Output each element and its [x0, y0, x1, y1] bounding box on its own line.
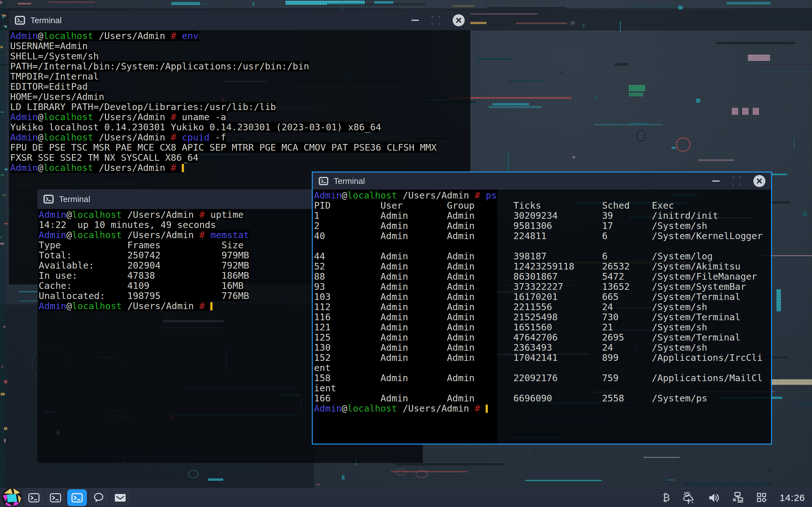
terminal-line — [314, 241, 771, 251]
taskbar: ₿ — [0, 488, 812, 507]
terminal-line: 52 Admin Admin 12423259118 26532 /System… — [314, 261, 771, 271]
terminal-line: Yukiko localhost 0.14.230301 Yukiko 0.14… — [10, 122, 470, 132]
taskbar-tray: ₿ — [663, 488, 805, 507]
apps-grid-tray-icon[interactable] — [757, 493, 767, 503]
terminal-line: 121 Admin Admin 1651560 21 /System/sh — [314, 322, 771, 332]
terminal-line: 88 Admin Admin 86301867 5472 /System/Fil… — [314, 271, 771, 282]
volume-tray-icon[interactable] — [708, 492, 719, 504]
terminal-line: PID User Group Ticks Sched Exec — [314, 201, 771, 211]
terminal-line: Admin@localhost /Users/Admin # — [314, 403, 771, 413]
terminal-cursor — [210, 302, 213, 311]
taskbar-terminal-3-active[interactable] — [67, 489, 87, 506]
terminal-line: 1 Admin Admin 30209234 39 /initrd/init — [314, 211, 771, 221]
envelope-icon — [114, 493, 126, 503]
desktop: Terminal Admin@localhost /Users/Admin # … — [0, 0, 812, 507]
terminal-content[interactable]: Admin@localhost /Users/Admin # psPID Use… — [313, 189, 771, 444]
bitcoin-tray-icon[interactable]: ₿ — [663, 492, 670, 504]
app-launcher-button[interactable] — [2, 488, 21, 507]
taskbar-chat[interactable] — [89, 489, 108, 506]
titlebar[interactable]: Terminal — [9, 10, 470, 30]
weather-tray-icon[interactable] — [683, 492, 695, 504]
terminal-line: 116 Admin Admin 21525498 730 /System/Ter… — [314, 312, 771, 322]
terminal-line: Admin@localhost /Users/Admin # env — [10, 31, 470, 41]
terminal-line: ient — [314, 383, 771, 393]
terminal-app-icon — [43, 194, 54, 204]
window-title: Terminal — [334, 176, 365, 186]
network-tray-icon[interactable] — [732, 492, 744, 504]
terminal-line: LD_LIBRARY_PATH=/Develop/Libraries:/usr/… — [10, 102, 470, 112]
terminal-line: ent — [314, 363, 771, 373]
taskbar-terminal-2[interactable] — [46, 489, 65, 506]
terminal-line: 166 Admin Admin 6696090 2558 /System/ps — [314, 393, 771, 403]
terminal-icon — [28, 493, 40, 503]
terminal-cursor — [182, 164, 184, 172]
terminal-line: Admin@localhost /Users/Admin # uname -a — [10, 112, 470, 122]
maximize-button[interactable] — [733, 177, 741, 185]
terminal-line: SHELL=/System/sh — [10, 51, 470, 61]
terminal-line: 152 Admin Admin 17042141 899 /Applicatio… — [314, 352, 771, 363]
terminal-icon — [71, 493, 83, 503]
terminal-line: USERNAME=Admin — [10, 41, 470, 51]
speech-bubble-icon — [93, 493, 104, 503]
terminal-line: FPU DE PSE TSC MSR PAE MCE CX8 APIC SEP … — [10, 143, 470, 153]
terminal-app-icon — [15, 15, 25, 25]
taskbar-apps — [24, 489, 130, 506]
terminal-app-icon — [318, 177, 329, 185]
terminal-line: FXSR SSE SSE2 TM NX SYSCALL X86_64 — [10, 153, 470, 163]
terminal-line: 158 Admin Admin 22092176 759 /Applicatio… — [314, 373, 771, 383]
terminal-line: 2 Admin Admin 9581306 17 /System/sh — [314, 221, 771, 231]
minimize-button[interactable] — [712, 180, 720, 182]
terminal-line: 103 Admin Admin 16170201 665 /System/Ter… — [314, 292, 771, 302]
terminal-line: EDITOR=EditPad — [10, 81, 470, 92]
terminal-line: HOME=/Users/Admin — [10, 92, 470, 102]
terminal-line: PATH=/Internal/bin:/System:/Applications… — [10, 61, 470, 71]
close-button[interactable] — [753, 175, 765, 187]
terminal-line: 44 Admin Admin 398187 6 /System/log — [314, 251, 771, 261]
taskbar-terminal-1[interactable] — [24, 489, 44, 506]
window-title: Terminal — [59, 194, 90, 204]
terminal-line: 112 Admin Admin 2211556 24 /System/sh — [314, 302, 771, 312]
terminal-line: 40 Admin Admin 224811 6 /System/KernelLo… — [314, 231, 771, 241]
close-button[interactable] — [453, 14, 465, 26]
terminal-line: 125 Admin Admin 47642706 2695 /System/Te… — [314, 332, 771, 342]
terminal-line: 93 Admin Admin 373322227 13652 /System/S… — [314, 282, 771, 292]
terminal-cursor — [486, 405, 488, 413]
terminal-line: TMPDIR=/Internal — [10, 71, 470, 81]
globe-sphere-icon — [2, 488, 21, 507]
terminal-icon — [50, 493, 61, 503]
terminal-line: 130 Admin Admin 2363493 24 /System/sh — [314, 342, 771, 352]
window-title: Terminal — [31, 15, 61, 25]
taskbar-clock[interactable]: 14:26 — [780, 493, 805, 503]
maximize-button[interactable] — [432, 16, 440, 24]
titlebar[interactable]: Terminal — [313, 172, 771, 189]
terminal-window-3-focused[interactable]: Terminal Admin@localhost /Users/Admin # … — [312, 172, 772, 445]
minimize-button[interactable] — [412, 20, 419, 21]
terminal-line: Admin@localhost /Users/Admin # cpuid -f — [10, 132, 470, 143]
taskbar-mail[interactable] — [110, 489, 130, 506]
terminal-line: Admin@localhost /Users/Admin # ps — [314, 190, 771, 201]
